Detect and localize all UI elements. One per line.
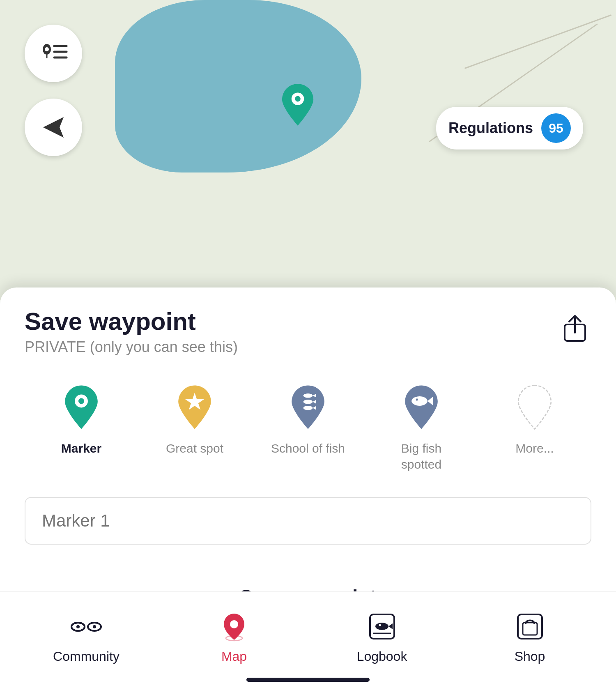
nav-item-shop[interactable]: Shop xyxy=(456,610,604,664)
layers-button[interactable] xyxy=(25,25,82,82)
marker-label: Marker xyxy=(61,440,101,456)
logbook-icon xyxy=(365,610,398,643)
waypoint-type-great-spot[interactable]: Great spot xyxy=(138,380,251,472)
nav-item-community[interactable]: Community xyxy=(12,610,160,664)
great-spot-label: Great spot xyxy=(166,440,223,456)
sheet-title: Save waypoint xyxy=(25,308,238,335)
home-indicator xyxy=(246,678,370,682)
location-button[interactable] xyxy=(25,99,82,156)
community-label: Community xyxy=(53,649,120,664)
svg-point-23 xyxy=(230,620,238,628)
school-of-fish-icon xyxy=(285,380,331,434)
shop-label: Shop xyxy=(515,649,545,664)
svg-point-13 xyxy=(303,393,313,398)
marker-icon xyxy=(59,380,104,434)
svg-point-7 xyxy=(295,96,301,102)
svg-point-26 xyxy=(375,623,388,630)
map-nav-icon xyxy=(218,610,251,643)
more-label: More... xyxy=(515,440,554,456)
waypoint-type-more[interactable]: More... xyxy=(478,380,591,472)
big-fish-spotted-label: Big fishspotted xyxy=(401,440,441,472)
svg-point-15 xyxy=(303,405,313,410)
more-icon xyxy=(512,380,557,434)
svg-point-27 xyxy=(379,624,381,626)
svg-point-11 xyxy=(78,398,84,404)
waypoint-type-selector: Marker Great spot xyxy=(25,380,591,472)
map-water-body xyxy=(115,0,361,172)
waypoint-type-school-of-fish[interactable]: School of fish xyxy=(251,380,365,472)
share-button[interactable] xyxy=(559,312,591,345)
map-view: Regulations 95 xyxy=(0,0,616,320)
sheet-header: Save waypoint PRIVATE (only you can see … xyxy=(25,308,591,356)
svg-point-1 xyxy=(45,47,49,51)
nav-item-map[interactable]: Map xyxy=(160,610,308,664)
svg-point-21 xyxy=(93,625,96,628)
regulations-badge[interactable]: Regulations 95 xyxy=(436,107,583,150)
waypoint-name-input[interactable] xyxy=(42,511,574,531)
map-waypoint-pin xyxy=(279,82,316,127)
svg-marker-5 xyxy=(43,117,64,138)
school-of-fish-label: School of fish xyxy=(271,440,345,456)
svg-point-17 xyxy=(416,398,418,400)
big-fish-spotted-icon xyxy=(399,380,444,434)
shop-icon xyxy=(513,610,546,643)
regulations-label: Regulations xyxy=(448,120,533,137)
svg-point-20 xyxy=(76,625,80,628)
nav-item-logbook[interactable]: Logbook xyxy=(308,610,456,664)
community-icon xyxy=(70,610,103,643)
sheet-subtitle: PRIVATE (only you can see this) xyxy=(25,338,238,356)
logbook-label: Logbook xyxy=(357,649,407,664)
map-label: Map xyxy=(221,649,247,664)
name-input-wrapper[interactable] xyxy=(25,497,591,545)
sheet-title-block: Save waypoint PRIVATE (only you can see … xyxy=(25,308,238,356)
regulations-count: 95 xyxy=(541,113,571,143)
svg-rect-30 xyxy=(523,623,537,635)
waypoint-type-big-fish-spotted[interactable]: Big fishspotted xyxy=(365,380,478,472)
bottom-navigation: Community Map Logbook xyxy=(0,591,616,690)
svg-point-16 xyxy=(411,396,428,405)
svg-point-14 xyxy=(303,399,313,404)
waypoint-type-marker[interactable]: Marker xyxy=(25,380,138,472)
map-road-1 xyxy=(464,14,611,69)
great-spot-icon xyxy=(172,380,217,434)
